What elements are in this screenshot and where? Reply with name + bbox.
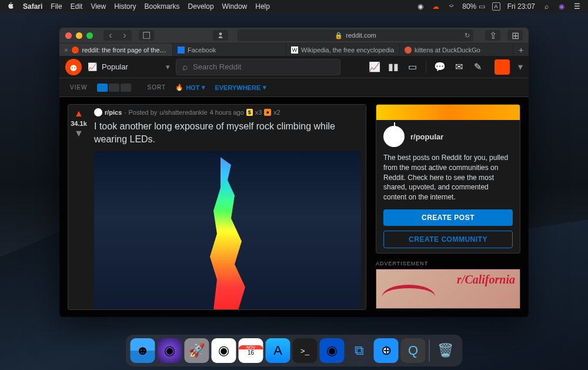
wifi-icon[interactable]: ⌔ xyxy=(447,2,455,11)
view-classic[interactable] xyxy=(109,84,119,92)
popular-icon[interactable]: 📈 xyxy=(369,62,380,72)
post-image[interactable] xyxy=(94,151,361,310)
minimize-window[interactable] xyxy=(76,32,82,39)
url-text: reddit.com xyxy=(346,32,376,39)
menu-develop[interactable]: Develop xyxy=(188,2,214,11)
dock-calendar[interactable]: NOV16 xyxy=(239,338,263,363)
create-icon[interactable]: ✎ xyxy=(472,62,483,72)
community-name[interactable]: r/popular xyxy=(410,132,443,141)
content-area: ▲ 34.1k ▼ r/pics · Posted by u/shattered… xyxy=(59,97,529,317)
spotlight-icon[interactable]: ⌕ xyxy=(542,2,550,11)
svg-point-0 xyxy=(219,32,222,35)
tab-facebook[interactable]: Facebook xyxy=(173,44,286,56)
sort-hot[interactable]: 🔥HOT ▾ xyxy=(175,84,205,91)
menu-bookmarks[interactable]: Bookmarks xyxy=(145,2,180,11)
video-icon[interactable]: ▭ xyxy=(407,62,417,72)
community-description: The best posts on Reddit for you, pulled… xyxy=(376,153,520,209)
community-card: r/popular The best posts on Reddit for y… xyxy=(376,104,520,254)
macos-dock: ☻ ◉ 🚀 ◉ NOV16 A >_ ◉ ⧉ ⊕ Q 🗑️ xyxy=(126,335,463,366)
new-tab-button[interactable]: + xyxy=(513,44,529,56)
award-gold[interactable]: $ xyxy=(246,109,253,116)
menu-history[interactable]: History xyxy=(114,2,136,11)
tabs-button[interactable]: ⊞ xyxy=(507,30,523,41)
all-icon[interactable]: ▮▮ xyxy=(388,62,399,72)
search-icon: ⌕ xyxy=(182,62,188,72)
wikipedia-favicon: W xyxy=(291,46,298,54)
dock-chrome[interactable]: ◉ xyxy=(212,338,236,363)
siri-icon[interactable]: ◉ xyxy=(557,2,566,11)
close-window[interactable] xyxy=(65,32,72,39)
apple-icon[interactable] xyxy=(7,2,15,11)
ad-section: ADVERTISEMENT r/California xyxy=(376,261,520,309)
search-bar[interactable]: ⌕ xyxy=(176,59,340,75)
tab-reddit[interactable]: × reddit: the front page of the internet xyxy=(59,44,173,56)
control-center-icon[interactable]: ☰ xyxy=(573,2,581,11)
trending-icon: 📈 xyxy=(88,62,97,71)
author-link[interactable]: u/shatteredankle xyxy=(159,109,207,116)
dock-quicktime[interactable]: Q xyxy=(401,338,426,363)
view-card[interactable] xyxy=(97,84,108,92)
user-avatar[interactable] xyxy=(495,59,510,75)
upvote-button[interactable]: ▲ xyxy=(74,108,83,119)
create-post-button[interactable]: CREATE POST xyxy=(383,209,513,226)
svg-point-2 xyxy=(72,66,73,68)
menu-view[interactable]: View xyxy=(91,2,106,11)
lock-icon: 🔒 xyxy=(335,32,343,39)
sort-location[interactable]: EVERYWHERE ▾ xyxy=(215,84,266,91)
advertisement[interactable]: r/California xyxy=(376,269,520,309)
dock-trash[interactable]: 🗑️ xyxy=(433,338,458,363)
award-coin[interactable]: ● xyxy=(264,109,270,116)
reddit-logo[interactable] xyxy=(65,59,82,75)
reader-button[interactable] xyxy=(213,30,228,41)
facebook-favicon xyxy=(178,46,185,54)
safari-window: ‹ › ☐ 🔒 reddit.com ↻ ⇪ ⊞ × reddit: the f… xyxy=(59,28,529,317)
dock-terminal[interactable]: >_ xyxy=(293,338,318,363)
sidebar-toggle[interactable]: ☐ xyxy=(139,30,154,41)
tab-wikipedia[interactable]: W Wikipedia, the free encyclopedia xyxy=(286,44,400,56)
menu-file[interactable]: File xyxy=(51,2,62,11)
sort-label: SORT xyxy=(148,84,166,91)
tab-duckduckgo[interactable]: kittens at DuckDuckGo xyxy=(400,44,513,56)
post-title: I took another long exposure of myself r… xyxy=(94,120,361,145)
dock-siri[interactable]: ◉ xyxy=(158,338,182,363)
menu-app[interactable]: Safari xyxy=(23,2,42,11)
menu-window[interactable]: Window xyxy=(222,2,248,11)
subreddit-link[interactable]: r/pics xyxy=(105,109,122,116)
record-icon[interactable]: ◉ xyxy=(416,2,425,11)
post-card[interactable]: ▲ 34.1k ▼ r/pics · Posted by u/shattered… xyxy=(68,104,366,310)
ddg-favicon xyxy=(405,46,412,54)
chat-icon[interactable]: 💬 xyxy=(435,62,445,72)
search-input[interactable] xyxy=(193,62,334,71)
dock-appstore[interactable]: A xyxy=(266,338,290,363)
create-community-button[interactable]: CREATE COMMUNITY xyxy=(383,231,513,248)
flame-icon: 🔥 xyxy=(175,84,183,91)
community-banner xyxy=(376,105,520,120)
dock-safari[interactable]: ⊕ xyxy=(374,338,399,363)
back-button[interactable]: ‹ xyxy=(103,30,118,41)
clock[interactable]: Fri 23:07 xyxy=(507,2,535,11)
tab-bar: × reddit: the front page of the internet… xyxy=(59,43,529,56)
dock-launchpad[interactable]: 🚀 xyxy=(185,338,209,363)
address-bar[interactable]: 🔒 reddit.com ↻ xyxy=(238,29,473,41)
forward-button[interactable]: › xyxy=(118,30,132,41)
reload-icon[interactable]: ↻ xyxy=(465,32,470,39)
post-meta: r/pics · Posted by u/shatteredankle 4 ho… xyxy=(94,108,361,116)
dock-finder[interactable]: ☻ xyxy=(131,338,155,363)
menu-edit[interactable]: Edit xyxy=(71,2,83,11)
cloud-icon[interactable]: ☁ xyxy=(432,2,440,11)
share-button[interactable]: ⇪ xyxy=(485,30,500,41)
filter-bar: VIEW SORT 🔥HOT ▾ EVERYWHERE ▾ xyxy=(59,78,529,97)
dock-vscode[interactable]: ⧉ xyxy=(347,338,372,363)
user-menu-caret[interactable]: ▾ xyxy=(518,61,523,72)
downvote-button[interactable]: ▼ xyxy=(74,128,83,139)
a-icon[interactable]: A xyxy=(492,2,500,11)
dock-sourcetree[interactable]: ◉ xyxy=(320,338,345,363)
mail-icon[interactable]: ✉ xyxy=(453,62,464,72)
battery-indicator[interactable]: 80% ▭ xyxy=(462,2,485,11)
menu-help[interactable]: Help xyxy=(255,2,270,11)
tab-close-icon[interactable]: × xyxy=(64,46,69,54)
right-sidebar: r/popular The best posts on Reddit for y… xyxy=(376,104,520,310)
maximize-window[interactable] xyxy=(86,32,93,39)
view-compact[interactable] xyxy=(121,84,131,92)
feed-selector[interactable]: 📈 Popular ▾ xyxy=(88,62,170,71)
